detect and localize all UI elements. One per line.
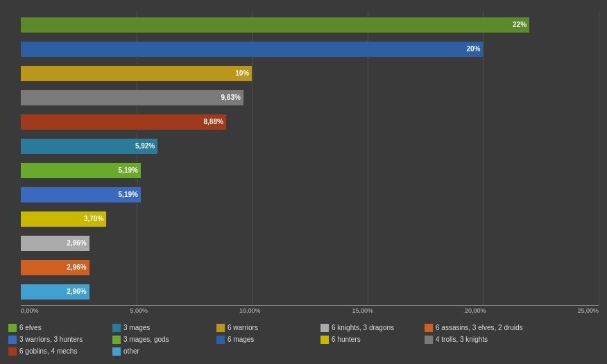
- bar-row: 9,63%: [21, 88, 599, 107]
- legend-color-box: [425, 336, 433, 344]
- bar-row: 10%: [21, 64, 599, 83]
- legend-color-box: [112, 347, 121, 356]
- legend-label: 6 assasins, 3 elves, 2 druids: [436, 323, 523, 332]
- bar-value-label: 5,19%: [119, 191, 138, 198]
- bars-section: 22%20%10%9,63%8,88%5,92%5,19%5,19%3,70%2…: [21, 11, 599, 305]
- x-tick: 15,00%: [352, 307, 373, 314]
- legend-label: 4 trolls, 3 knights: [436, 335, 488, 344]
- legend-color-box: [8, 336, 17, 344]
- bar-teal: 5,92%: [21, 139, 157, 154]
- legend-item: 3 mages: [112, 323, 210, 332]
- legend-color-box: [112, 324, 121, 332]
- legend-label: 3 mages, gods: [123, 335, 169, 344]
- legend: 6 elves3 mages6 warriors6 knights, 3 dra…: [8, 323, 599, 357]
- bar-yellow: 3,70%: [21, 211, 106, 227]
- y-axis-label: [8, 11, 21, 305]
- bar-warriors: 20%: [21, 42, 483, 57]
- legend-color-box: [8, 347, 17, 356]
- x-axis: 0,00%5,00%10,00%15,00%20,00%25,00%: [21, 305, 599, 319]
- bar-row: 22%: [21, 15, 599, 35]
- legend-item: 4 trolls, 3 knights: [425, 335, 522, 344]
- legend-label: 6 hunters: [332, 335, 361, 344]
- legend-color-box: [216, 336, 225, 344]
- page: 22%20%10%9,63%8,88%5,92%5,19%5,19%3,70%2…: [0, 0, 607, 364]
- legend-item: 6 assasins, 3 elves, 2 druids: [425, 323, 523, 332]
- legend-label: 6 warriors: [228, 323, 258, 332]
- bar-mages-1: 10%: [21, 66, 252, 81]
- x-tick: 0,00%: [21, 307, 39, 314]
- legend-label: 6 mages: [228, 335, 254, 344]
- legend-item: 6 mages: [216, 335, 314, 344]
- bar-lightgray: 2,96%: [21, 236, 89, 251]
- bar-blue2: 5,19%: [21, 187, 141, 202]
- legend-item: 6 goblins, 4 mechs: [8, 347, 105, 356]
- legend-color-box: [320, 336, 329, 344]
- bar-green2: 5,19%: [21, 163, 141, 178]
- legend-label: 3 warriors, 3 hunters: [19, 335, 83, 344]
- bar-value-label: 9,63%: [221, 94, 241, 101]
- legend-item: other: [112, 347, 210, 356]
- bar-value-label: 5,92%: [135, 142, 155, 150]
- bar-row: 2,96%: [21, 258, 599, 277]
- bar-gray: 9,63%: [21, 90, 243, 105]
- bar-row: 8,88%: [21, 112, 599, 132]
- legend-item: 6 hunters: [320, 335, 418, 344]
- bar-lightblue: 2,96%: [21, 284, 89, 300]
- bar-row: 5,92%: [21, 137, 599, 156]
- bar-row: 3,70%: [21, 209, 599, 229]
- bar-row: 5,19%: [21, 185, 599, 205]
- bar-value-label: 20%: [466, 45, 480, 53]
- bar-value-label: 2,96%: [67, 239, 86, 247]
- bar-brown: 8,88%: [21, 114, 226, 130]
- bar-value-label: 8,88%: [204, 118, 223, 125]
- bar-value-label: 2,96%: [67, 288, 86, 295]
- legend-label: 6 elves: [19, 323, 42, 332]
- x-tick: 25,00%: [577, 307, 599, 314]
- bar-row: 5,19%: [21, 161, 599, 180]
- bar-value-label: 3,70%: [84, 215, 103, 223]
- legend-label: 3 mages: [123, 323, 150, 332]
- bar-orange: 2,96%: [21, 260, 89, 275]
- x-tick: 5,00%: [130, 307, 148, 314]
- x-tick: 10,00%: [239, 307, 261, 314]
- x-tick: 20,00%: [465, 307, 486, 314]
- legend-color-box: [8, 324, 17, 332]
- chart-body: 22%20%10%9,63%8,88%5,92%5,19%5,19%3,70%2…: [8, 11, 599, 305]
- chart-area: 22%20%10%9,63%8,88%5,92%5,19%5,19%3,70%2…: [8, 11, 599, 357]
- bar-row: 20%: [21, 40, 599, 59]
- legend-color-box: [216, 324, 225, 332]
- legend-color-box: [320, 324, 329, 332]
- bar-row: 2,96%: [21, 282, 599, 302]
- legend-label: 6 goblins, 4 mechs: [19, 347, 77, 356]
- bar-value-label: 22%: [513, 21, 527, 28]
- bar-value-label: 5,19%: [119, 166, 138, 174]
- legend-item: 6 knights, 3 dragons: [320, 323, 418, 332]
- legend-item: 6 elves: [8, 323, 105, 332]
- bar-row: 2,96%: [21, 234, 599, 253]
- legend-color-box: [425, 324, 433, 332]
- legend-item: 3 mages, gods: [112, 335, 210, 344]
- legend-label: 6 knights, 3 dragons: [332, 323, 394, 332]
- bar-value-label: 2,96%: [67, 263, 86, 271]
- bar-value-label: 10%: [235, 69, 249, 77]
- legend-label: other: [123, 347, 139, 356]
- legend-item: 6 warriors: [216, 323, 314, 332]
- bar-elves: 22%: [21, 17, 529, 33]
- legend-color-box: [112, 336, 121, 344]
- legend-item: 3 warriors, 3 hunters: [8, 335, 105, 344]
